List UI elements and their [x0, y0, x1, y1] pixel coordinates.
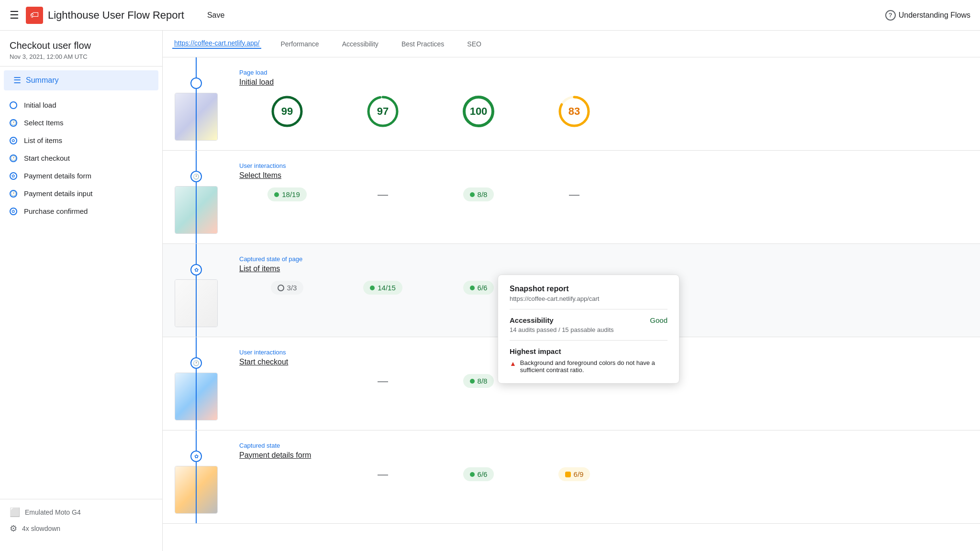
tooltip-url: https://coffee-cart.netlify.app/cart — [510, 295, 668, 302]
logo-icon: 🏷 — [26, 7, 43, 24]
nav-label-purchase-confirmed: Purchase confirmed — [24, 207, 88, 215]
pill-8-8-b: 8/8 — [463, 374, 494, 388]
pill-value-8-8-a: 8/8 — [478, 190, 488, 198]
thumb-col-1 — [163, 57, 230, 150]
dash-2: — — [569, 188, 579, 201]
score-bp-5: 6/6 — [431, 467, 526, 481]
score-circle-83: 83 — [557, 94, 591, 129]
result-row-payment-form: ✿ Captured state Payment details form — — [163, 430, 980, 524]
section-name-2[interactable]: Select Items — [239, 171, 970, 180]
nav-dot-clock-select: 🕐 — [10, 119, 17, 127]
score-acc-1: 97 — [335, 94, 431, 129]
pill-dot-4 — [470, 286, 475, 290]
pill-dot-5 — [470, 379, 475, 384]
score-circle-97: 97 — [366, 94, 400, 129]
score-circle-99: 99 — [270, 94, 304, 129]
nav-dot-clock-checkout: 🕐 — [10, 154, 17, 162]
content-initial-load: Page load Initial load 99 — [230, 57, 980, 150]
footer-device: ⬜ Emulated Moto G4 — [10, 507, 153, 518]
tooltip-box: Snapshot report https://coffee-cart.netl… — [498, 275, 679, 384]
pill-6-9-b: 6/9 — [558, 467, 590, 481]
score-acc-5: — — [335, 468, 431, 481]
pill-dot-gray — [278, 285, 284, 291]
tab-accessibility[interactable]: Accessibility — [338, 40, 382, 48]
summary-item[interactable]: ☰ Summary — [4, 70, 158, 90]
understanding-flows-link[interactable]: ? Understanding Flows — [885, 10, 970, 21]
footer-device-label: Emulated Moto G4 — [25, 508, 81, 516]
slowdown-icon: ⚙ — [10, 523, 17, 534]
pill-8-8-a: 8/8 — [463, 187, 494, 201]
sidebar-item-start-checkout[interactable]: 🕐 Start checkout — [0, 149, 162, 167]
nav-label-payment-form: Payment details form — [24, 172, 91, 180]
nav-dot-camera-purchase: ✿ — [10, 208, 17, 215]
pill-6-6: 6/6 — [463, 281, 494, 295]
understanding-flows-label: Understanding Flows — [899, 11, 970, 20]
tab-best-practices[interactable]: Best Practices — [398, 40, 448, 48]
save-button[interactable]: Save — [203, 9, 228, 22]
pill-3-3: 3/3 — [271, 281, 304, 295]
thumb-col-3: ✿ — [163, 244, 230, 337]
pill-dot — [274, 192, 279, 197]
section-type-5: Captured state — [239, 442, 970, 449]
sidebar-item-select-items[interactable]: 🕐 Select Items — [0, 114, 162, 132]
thumb-col-2: 🕐 — [163, 151, 230, 243]
triangle-warning-icon: ▲ — [510, 360, 516, 367]
tooltip-metric-row: Accessibility Good — [510, 316, 668, 324]
section-type-2: User interactions — [239, 162, 970, 169]
content-area: https://coffee-cart.netlify.app/ Perform… — [163, 31, 980, 551]
section-type-1: Page load — [239, 69, 970, 76]
nav-label-select-items: Select Items — [24, 119, 64, 127]
sidebar-title: Checkout user flow — [10, 40, 153, 51]
score-seo-2: — — [526, 188, 622, 201]
section-name-1[interactable]: Initial load — [239, 78, 970, 87]
hamburger-menu[interactable]: ☰ — [10, 9, 19, 22]
pill-dot-3 — [370, 286, 375, 290]
scores-row-1: 99 97 — [239, 94, 970, 129]
score-acc-2: — — [335, 188, 431, 201]
score-acc-3: 14/15 — [335, 281, 431, 295]
sidebar-item-payment-form[interactable]: ✿ Payment details form — [0, 167, 162, 185]
score-circle-100: 100 — [461, 94, 496, 129]
footer-slowdown: ⚙ 4x slowdown — [10, 523, 153, 534]
tooltip-metric-label: Accessibility — [510, 316, 554, 324]
timeline-line-2 — [196, 151, 197, 243]
sidebar-item-payment-input[interactable]: 🕐 Payment details input — [0, 185, 162, 202]
svg-point-5 — [464, 97, 493, 126]
score-perf-2: 18/19 — [239, 187, 335, 201]
sidebar-item-purchase-confirmed[interactable]: ✿ Purchase confirmed — [0, 202, 162, 220]
tooltip-impact-text: Background and foreground colors do not … — [520, 359, 668, 374]
sidebar-item-initial-load[interactable]: Initial load — [0, 96, 162, 114]
scores-row-5: — 6/6 6/9 — [239, 467, 970, 481]
summary-label: Summary — [26, 76, 58, 85]
tooltip-metric-desc: 14 audits passed / 15 passable audits — [510, 326, 668, 333]
section-name-3[interactable]: List of items — [239, 264, 970, 273]
pill-value-8-8-b: 8/8 — [478, 377, 488, 385]
pill-18-19: 18/19 — [267, 187, 307, 201]
tl-dot-initial — [190, 77, 202, 89]
tab-performance[interactable]: Performance — [277, 40, 323, 48]
sidebar-date: Nov 3, 2021, 12:00 AM UTC — [10, 53, 153, 60]
sidebar-item-list-of-items[interactable]: ✿ List of items — [0, 132, 162, 149]
tab-seo[interactable]: SEO — [463, 40, 485, 48]
sidebar: Checkout user flow Nov 3, 2021, 12:00 AM… — [0, 31, 163, 551]
pill-dot-orange-b — [565, 472, 571, 477]
result-row-initial-load: Page load Initial load 99 — [163, 57, 980, 151]
score-acc-4: — — [335, 375, 431, 387]
section-name-5[interactable]: Payment details form — [239, 451, 970, 460]
url-tab[interactable]: https://coffee-cart.netlify.app/ — [172, 39, 261, 49]
score-perf-1: 99 — [239, 94, 335, 129]
tooltip-divider-2 — [510, 340, 668, 341]
tl-dot-checkout: 🕐 — [190, 357, 202, 369]
nav-dot-clock-payment-input: 🕐 — [10, 190, 17, 198]
nav-label-payment-input: Payment details input — [24, 189, 92, 198]
pill-value-6-9-b: 6/9 — [574, 470, 584, 478]
pill-6-6-b: 6/6 — [463, 467, 494, 481]
score-seo-1: 83 — [526, 94, 622, 129]
nav-dot-camera-payment-form: ✿ — [10, 172, 17, 180]
section-type-3: Captured state of page — [239, 255, 970, 263]
pill-value-6-6-b: 6/6 — [478, 470, 488, 478]
app-title: Lighthouse User Flow Report — [48, 9, 184, 22]
content-select-items: User interactions Select Items 18/19 — — [230, 151, 980, 243]
help-icon: ? — [885, 10, 896, 21]
nav-dot-camera-list: ✿ — [10, 137, 17, 144]
